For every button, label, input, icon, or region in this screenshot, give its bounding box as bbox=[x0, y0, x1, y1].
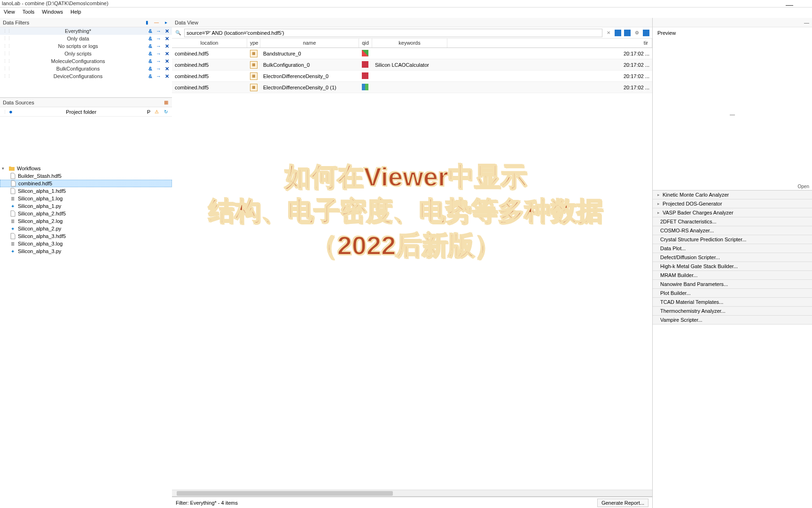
plugin-item[interactable]: TCAD Material Templates... bbox=[653, 298, 812, 307]
plugin-item[interactable]: COSMO-RS Analyzer... bbox=[653, 226, 812, 235]
drag-handle-icon[interactable]: ⋮⋮ bbox=[3, 44, 8, 48]
filter-and-icon[interactable]: & bbox=[148, 36, 152, 42]
file-row[interactable]: ✦ Silicon_alpha_1.py bbox=[0, 202, 172, 210]
plugin-item[interactable]: MRAM Builder... bbox=[653, 271, 812, 280]
file-row[interactable]: Builder_Stash.hdf5 bbox=[0, 172, 172, 180]
col-location[interactable]: location bbox=[172, 39, 247, 48]
filter-remove-icon[interactable]: ✕ bbox=[165, 73, 169, 79]
file-row[interactable]: ✦ Silicon_alpha_3.py bbox=[0, 247, 172, 255]
plugin-item[interactable]: Nanowire Band Parameters... bbox=[653, 280, 812, 289]
plugin-item[interactable]: Thermochemistry Analyzer... bbox=[653, 307, 812, 316]
filter-remove-icon[interactable]: ✕ bbox=[165, 66, 169, 72]
filter-and-icon[interactable]: & bbox=[148, 58, 152, 64]
col-keywords[interactable]: keywords bbox=[372, 39, 447, 48]
plugin-item[interactable]: ▸Kinetic Monte Carlo Analyzer bbox=[653, 190, 812, 199]
plugin-item[interactable]: Defect/Diffusion Scripter... bbox=[653, 253, 812, 262]
filter-remove-icon[interactable]: ✕ bbox=[165, 43, 169, 49]
filter-remove-icon[interactable]: ✕ bbox=[165, 36, 169, 42]
filter-arrow-icon[interactable]: → bbox=[156, 66, 161, 72]
drag-handle-icon[interactable]: ⋮⋮ bbox=[3, 74, 8, 79]
filter-collapse-icon[interactable]: — bbox=[153, 19, 160, 26]
menu-help[interactable]: Help bbox=[70, 9, 81, 16]
search-input[interactable] bbox=[184, 29, 602, 37]
drag-handle-icon[interactable]: ⋮⋮ bbox=[3, 59, 8, 64]
menu-view[interactable]: View bbox=[4, 9, 15, 16]
file-row[interactable]: Silicon_alpha_2.hdf5 bbox=[0, 210, 172, 217]
drag-handle-icon[interactable]: ⋮⋮ bbox=[3, 51, 8, 56]
minimize-button[interactable]: — bbox=[786, 1, 793, 9]
filter-arrow-icon[interactable]: → bbox=[156, 51, 161, 57]
filter-row[interactable]: ⋮⋮ No scripts or logs & → ✕ bbox=[0, 42, 172, 50]
filter-row[interactable]: ⋮⋮ Only scripts & → ✕ bbox=[0, 50, 172, 57]
clear-search-icon[interactable]: ✕ bbox=[605, 30, 612, 36]
plugin-item[interactable]: ▸VASP Bader Charges Analyzer bbox=[653, 208, 812, 217]
filter-row[interactable]: ⋮⋮ MoleculeConfigurations & → ✕ bbox=[0, 57, 172, 65]
generate-report-button[interactable]: Generate Report... bbox=[597, 499, 648, 507]
filter-and-icon[interactable]: & bbox=[148, 73, 152, 79]
filter-row[interactable]: ⋮⋮ DeviceConfigurations & → ✕ bbox=[0, 72, 172, 80]
filter-and-icon[interactable]: & bbox=[148, 43, 152, 49]
right-collapse-icon[interactable]: — bbox=[804, 20, 809, 25]
table-body[interactable]: combined.hdf5 ▦ Bandstructure_0 20:17:02… bbox=[172, 48, 652, 490]
cell-keywords bbox=[372, 75, 447, 77]
file-row[interactable]: ≣ Silicon_alpha_2.log bbox=[0, 217, 172, 225]
folder-toggle-icon[interactable]: ▾ bbox=[2, 166, 7, 171]
table-row[interactable]: combined.hdf5 ▦ ElectronDifferenceDensit… bbox=[172, 71, 652, 82]
settings-icon[interactable]: ⚙ bbox=[633, 30, 640, 36]
plugin-item[interactable]: Vampire Scripter... bbox=[653, 316, 812, 325]
filter-remove-icon[interactable]: ✕ bbox=[165, 58, 169, 64]
table-row[interactable]: combined.hdf5 ▦ BulkConfiguration_0 Sili… bbox=[172, 59, 652, 71]
table-row[interactable]: combined.hdf5 ▦ Bandstructure_0 20:17:02… bbox=[172, 48, 652, 59]
filter-and-icon[interactable]: & bbox=[148, 51, 152, 57]
filter-arrow-icon[interactable]: → bbox=[156, 73, 161, 79]
folder-row[interactable]: ▾ Workflows bbox=[0, 165, 172, 172]
filter-and-icon[interactable]: & bbox=[148, 66, 152, 72]
col-time[interactable]: tir bbox=[447, 39, 652, 48]
filter-arrow-icon[interactable]: → bbox=[156, 58, 161, 64]
plugin-item[interactable]: Plot Builder... bbox=[653, 289, 812, 298]
file-row[interactable]: Silicon_alpha_3.hdf5 bbox=[0, 232, 172, 240]
warning-icon[interactable]: ⚠ bbox=[153, 109, 160, 115]
col-qid[interactable]: qid bbox=[359, 39, 372, 48]
table-row[interactable]: combined.hdf5 ▦ ElectronDifferenceDensit… bbox=[172, 82, 652, 93]
col-name[interactable]: name bbox=[260, 39, 359, 48]
file-row[interactable]: ✦ Silicon_alpha_2.py bbox=[0, 225, 172, 232]
tool-icon-2[interactable] bbox=[624, 30, 631, 36]
file-row[interactable]: Silicon_alpha_1.hdf5 bbox=[0, 187, 172, 195]
filter-row[interactable]: ⋮⋮ Everything* & → ✕ bbox=[0, 27, 172, 35]
plugin-item[interactable]: High-k Metal Gate Stack Builder... bbox=[653, 262, 812, 271]
menu-tools[interactable]: Tools bbox=[23, 9, 35, 16]
sources-db-icon[interactable]: ▦ bbox=[163, 99, 169, 106]
drag-handle-icon[interactable]: ⋮⋮ bbox=[3, 36, 8, 41]
filter-row[interactable]: ⋮⋮ BulkConfigurations & → ✕ bbox=[0, 65, 172, 72]
file-row[interactable]: combined.hdf5 bbox=[0, 180, 172, 187]
filter-arrow-icon[interactable]: → bbox=[156, 28, 161, 34]
cell-location: combined.hdf5 bbox=[172, 84, 247, 91]
plugin-item[interactable]: Data Plot... bbox=[653, 244, 812, 253]
drag-handle-icon[interactable]: ⋮⋮ bbox=[3, 66, 8, 71]
file-row[interactable]: ≣ Silicon_alpha_3.log bbox=[0, 240, 172, 247]
horizontal-scrollbar[interactable] bbox=[172, 490, 652, 496]
file-row[interactable]: ≣ Silicon_alpha_1.log bbox=[0, 195, 172, 202]
menu-windows[interactable]: Windows bbox=[42, 9, 63, 16]
filter-arrow-icon[interactable]: → bbox=[156, 36, 161, 42]
filter-add-icon[interactable]: ▮ bbox=[144, 19, 150, 26]
refresh-icon[interactable]: ↻ bbox=[163, 109, 169, 115]
filter-remove-icon[interactable]: ✕ bbox=[165, 51, 169, 57]
plugin-item[interactable]: 2DFET Characteristics... bbox=[653, 217, 812, 226]
project-folder-label[interactable]: Project folder bbox=[16, 109, 147, 115]
tool-icon-1[interactable] bbox=[615, 30, 621, 36]
open-label[interactable]: Open bbox=[653, 183, 812, 190]
file-tree[interactable]: ▾ Workflows Builder_Stash.hdf5 combined.… bbox=[0, 164, 172, 508]
filter-arrow-icon[interactable]: → bbox=[156, 43, 161, 49]
plugin-item[interactable]: Crystal Structure Prediction Scripter... bbox=[653, 235, 812, 244]
search-icon[interactable]: 🔍 bbox=[175, 30, 181, 36]
drag-handle-icon[interactable]: ⋮⋮ bbox=[3, 29, 8, 33]
filter-more-icon[interactable]: ▸ bbox=[163, 19, 169, 26]
filter-row[interactable]: ⋮⋮ Only data & → ✕ bbox=[0, 35, 172, 42]
plugin-item[interactable]: ▸Projected DOS-Generator bbox=[653, 199, 812, 208]
filter-remove-icon[interactable]: ✕ bbox=[165, 28, 169, 34]
tool-icon-3[interactable] bbox=[643, 30, 649, 36]
filter-and-icon[interactable]: & bbox=[148, 28, 152, 34]
col-type[interactable]: ype bbox=[247, 39, 260, 48]
